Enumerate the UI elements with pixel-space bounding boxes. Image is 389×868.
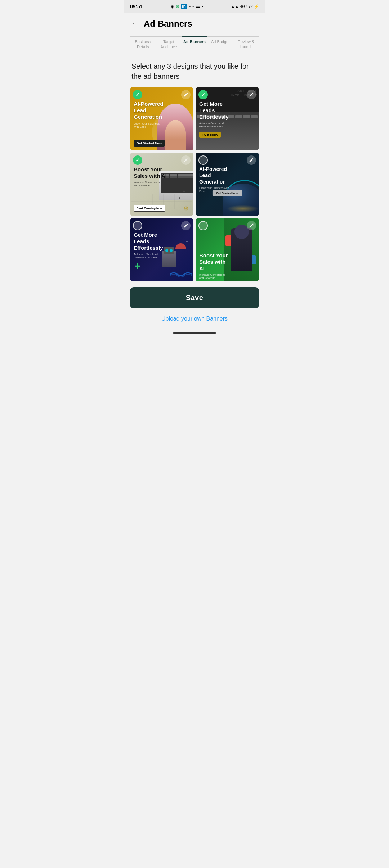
step-label-4: Ad Budget — [211, 39, 229, 44]
status-bar: 09:51 ◉ ⊕ in ⚬⚬ ▬ • ▲▲ 4G⁺ 72 ⚡ — [124, 0, 265, 13]
banner-1-edit[interactable] — [181, 90, 191, 99]
banner-1-selected: ✓ — [133, 90, 142, 99]
banner-card-1[interactable]: ✓ AI-Powered Lead Generation Grow Your B… — [130, 87, 193, 150]
status-icons: ◉ ⊕ in ⚬⚬ ▬ • — [171, 4, 203, 9]
banner-2-cta: Try It Today — [199, 132, 221, 138]
step-ad-banners[interactable]: Ad Banners — [182, 36, 207, 50]
home-indicator — [124, 329, 265, 338]
banner-grid: ✓ AI-Powered Lead Generation Grow Your B… — [124, 87, 265, 281]
banner-4-content: AI-Powered Lead Generation Grow Your Bus… — [196, 153, 259, 216]
status-time: 09:51 — [130, 4, 143, 9]
banner-4-edit[interactable] — [247, 155, 256, 165]
banner-5-selected — [133, 221, 142, 230]
banner-6-title-area: Boost Your Sales with AI Increase Conver… — [199, 252, 255, 280]
banner-5-title: Get More Leads Effortlessly — [134, 232, 170, 251]
banner-3-edit[interactable] — [181, 155, 191, 165]
banner-2-title: Get More Leads Effortlessly — [199, 101, 238, 120]
banner-5-title-area: Get More Leads Effortlessly Automate You… — [134, 232, 190, 259]
linkedin-icon: in — [181, 4, 187, 9]
step-label-1: BusinessDetails — [135, 39, 151, 50]
banner-4-title-area: AI-Powered Lead Generation Grow Your Bus… — [199, 166, 255, 193]
app-icon-1: ⚬⚬ — [188, 4, 195, 9]
app-icon-2: ▬ — [196, 4, 200, 9]
banner-5-edit[interactable] — [181, 221, 191, 230]
upload-link-container: Upload your own Banners — [124, 311, 265, 329]
banner-4-title: AI-Powered Lead Generation — [199, 166, 236, 185]
banner-6-edit[interactable] — [247, 221, 256, 230]
banner-card-2[interactable]: ARTIFICIALINTELLIGENCE ✓ Ge — [196, 87, 259, 150]
step-label-2: TargetAudience — [160, 39, 177, 50]
checkmark-2: ✓ — [201, 92, 205, 97]
step-line-3 — [182, 36, 207, 37]
step-label-5: Review &Launch — [238, 39, 254, 50]
banner-3-subtitle: Increase Conversions and Revenue — [134, 181, 165, 187]
battery-icon: ⚡ — [254, 4, 259, 9]
banner-2-subtitle: Automate Your Lead Generation Process — [199, 122, 236, 128]
stepper: BusinessDetails TargetAudience Ad Banner… — [124, 32, 265, 54]
banner-2-title-area: Get More Leads Effortlessly Automate You… — [199, 101, 255, 128]
home-bar — [173, 332, 216, 334]
step-line-4 — [207, 36, 233, 37]
battery-level: 72 — [249, 4, 253, 9]
upload-own-banners-link[interactable]: Upload your own Banners — [161, 316, 228, 322]
checkmark-3: ✓ — [135, 158, 140, 163]
save-button-container: Save — [124, 281, 265, 311]
back-button[interactable]: ← — [131, 19, 139, 28]
dot-icon: • — [202, 4, 203, 9]
banner-1-subtitle: Grow Your Business with Ease — [134, 122, 162, 128]
instruction-text: Select any 3 designs that you like for t… — [124, 54, 265, 87]
banner-4-selected — [198, 155, 208, 165]
step-ad-budget[interactable]: Ad Budget — [207, 36, 233, 50]
banner-2-content: ✓ Get More Leads Effortlessly Automate Y… — [196, 87, 259, 150]
network-icon: 4G⁺ — [240, 4, 247, 9]
banner-1-title: AI-Powered Lead Generation — [134, 101, 166, 120]
banner-3-title-area: Boost Your Sales with AI Increase Conver… — [134, 166, 190, 187]
banner-card-4[interactable]: AI-Powered Lead Generation Grow Your Bus… — [196, 153, 259, 216]
banner-2-selected: ✓ — [198, 90, 208, 99]
save-button[interactable]: Save — [130, 287, 259, 308]
step-target-audience[interactable]: TargetAudience — [156, 36, 182, 50]
banner-card-5[interactable]: + + ✛ — [130, 218, 193, 281]
banner-card-6[interactable]: + + Boost Your Sales with AI — [196, 218, 259, 281]
banner-4-cta: Get Started Now — [213, 190, 242, 196]
banner-5-subtitle: Automate Your Lead Generation Process — [134, 253, 167, 259]
wifi-icon: ◉ — [171, 4, 174, 9]
banner-6-subtitle: Increase Conversions and Revenue — [199, 273, 227, 280]
signal-icon: ▲▲ — [231, 4, 239, 9]
banner-6-title: Boost Your Sales with AI — [199, 252, 230, 272]
banner-2-edit[interactable] — [247, 90, 256, 99]
step-line-5 — [233, 36, 259, 37]
step-business-details[interactable]: BusinessDetails — [130, 36, 156, 50]
banner-1-cta: Get Started Now — [134, 140, 165, 147]
step-review-launch[interactable]: Review &Launch — [233, 36, 259, 50]
banner-6-selected — [198, 221, 208, 230]
checkmark-1: ✓ — [135, 92, 140, 97]
banner-3-title: Boost Your Sales with AI — [134, 166, 167, 179]
step-line-1 — [130, 36, 156, 37]
banner-6-content: Boost Your Sales with AI Increase Conver… — [196, 218, 259, 281]
status-right: ▲▲ 4G⁺ 72 ⚡ — [231, 4, 259, 9]
banner-card-3[interactable]: ✦ ✦ ⊕ ✓ Boost Your Sales with AI Increas… — [130, 153, 193, 216]
banner-3-cta: Start Growing Now — [134, 205, 165, 212]
banner-1-title-area: AI-Powered Lead Generation Grow Your Bus… — [134, 101, 190, 128]
step-line-2 — [156, 36, 182, 37]
location-icon: ⊕ — [176, 4, 179, 9]
banner-3-selected: ✓ — [133, 155, 142, 165]
page-title: Ad Banners — [144, 19, 192, 29]
step-label-3: Ad Banners — [183, 39, 206, 44]
header: ← Ad Banners — [124, 13, 265, 32]
banner-5-content: Get More Leads Effortlessly Automate You… — [130, 218, 193, 281]
